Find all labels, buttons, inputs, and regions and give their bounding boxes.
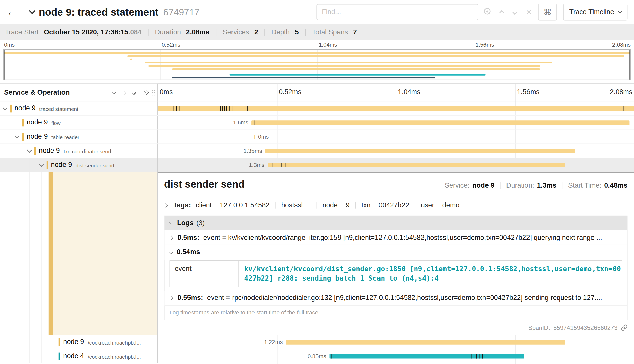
service-color-indicator [22, 119, 24, 126]
log-marker-tick [285, 163, 286, 167]
operation-name: dist sender send [76, 162, 114, 168]
span-row-traced-statement[interactable]: node 9traced statement [0, 101, 634, 116]
trace-duration: Duration 2.08ms [155, 28, 209, 36]
span-row-cockroach-roachpb-i[interactable]: node 9/cockroach.roachpb.I...1.22ms [0, 335, 634, 349]
timeline-header: Service & Operation 0ms 0.52ms 1.04ms 1.… [0, 84, 634, 101]
trace-start-value: October 15 2020, 17:38:15 [44, 28, 128, 36]
service-name: node 9 [27, 133, 48, 141]
log-marker-tick [247, 106, 248, 111]
detail-service: Service:node 9 [445, 182, 495, 190]
minimap-span-bar [172, 68, 540, 70]
service-operation-header: Service & Operation [0, 84, 158, 101]
collapse-children-icon[interactable] [27, 147, 32, 153]
span-detail-block: dist sender send Service:node 9 Duration… [0, 172, 634, 335]
minimap-right-handle[interactable] [629, 50, 630, 80]
span-id: SpanID: 5597415943526560273 [528, 324, 628, 331]
log-summary: event=rpc/nodedialer/nodedialer.go:132 [… [207, 294, 622, 302]
log-marker-tick [573, 149, 573, 153]
span-tag: node=9 [323, 201, 350, 209]
trace-view-selector[interactable]: Trace Timeline [563, 4, 628, 20]
span-duration-bar[interactable] [286, 340, 565, 345]
log-marker-tick [187, 106, 187, 111]
log-marker-tick [229, 106, 230, 111]
double-chevron-right-icon[interactable] [143, 91, 147, 94]
log-marker-tick [474, 354, 474, 359]
service-name: node 9 [27, 118, 48, 126]
log-marker-tick [623, 106, 624, 111]
service-color-indicator [34, 147, 36, 155]
chevron-down-icon[interactable] [112, 91, 116, 93]
span-duration-label: 0.85ms [158, 349, 326, 363]
log-entry-collapsed[interactable]: 0.5ms: event=kv/kvclient/kvcoord/range_i… [164, 230, 627, 245]
find-input[interactable] [316, 4, 478, 20]
span-row-cockroach-roachpb-i[interactable]: node 4/cockroach.roachpb.I...0.85ms [0, 349, 634, 363]
log-marker-tick [468, 354, 469, 359]
detail-gutter-highlight [53, 172, 157, 335]
minimap-axis-tick: 1.56ms [475, 41, 494, 48]
span-duration-label: 1.35ms [158, 144, 262, 158]
log-entry-collapsed[interactable]: 0.55ms: event=rpc/nodedialer/nodedialer.… [164, 291, 627, 306]
log-marker-tick [620, 106, 620, 111]
span-duration-bar[interactable] [268, 163, 565, 167]
prev-result-icon[interactable] [500, 9, 503, 16]
find-bar: ✕ [316, 4, 538, 20]
span-duration-bar[interactable] [329, 354, 524, 359]
log-marker-tick [225, 106, 225, 111]
operation-name: /cockroach.roachpb.I... [88, 339, 141, 346]
minimap-axis: 0ms 0.52ms 1.04ms 1.56ms 2.08ms [3, 41, 631, 49]
divider [216, 29, 216, 36]
clear-search-icon[interactable]: ✕ [526, 8, 532, 16]
span-id-label: SpanID: [528, 324, 550, 331]
logs-count: (3) [196, 219, 205, 227]
span-row-table-reader[interactable]: node 9table reader0ms [0, 130, 634, 144]
span-row-dist-sender-send[interactable]: node 9dist sender send1.3ms [0, 158, 634, 172]
service-name: node 4 [63, 352, 84, 360]
timeline-axis-tick: 1.04ms [398, 88, 420, 96]
chevron-right-icon [164, 203, 168, 208]
minimap-canvas[interactable] [3, 49, 631, 80]
trace-collapse-chevron-icon[interactable] [30, 11, 35, 13]
detail-span-color-band [49, 172, 53, 335]
timeline-axis-tick: 2.08ms [610, 88, 632, 96]
divider [415, 202, 415, 209]
span-duration-bar[interactable] [254, 135, 255, 139]
collapse-children-icon[interactable] [39, 162, 44, 167]
trace-services: Services 2 [223, 28, 258, 36]
span-rows-top: node 9traced statementnode 9flow1.6msnod… [0, 101, 634, 172]
keyboard-shortcuts-button[interactable]: ⌘ [538, 4, 557, 20]
span-duration-bar[interactable] [265, 149, 575, 153]
trace-total-spans: Total Spans 7 [312, 28, 357, 36]
log-marker-tick [176, 106, 177, 111]
logs-header[interactable]: Logs (3) [164, 216, 627, 230]
collapse-children-icon[interactable] [15, 133, 20, 138]
log-marker-tick [254, 120, 254, 125]
minimap-axis-tick: 2.08ms [612, 41, 631, 48]
back-button[interactable]: ← [7, 6, 21, 18]
span-row-flow[interactable]: node 9flow1.6ms [0, 116, 634, 130]
span-row-txn-coordinator-send[interactable]: node 9txn coordinator send1.35ms [0, 144, 634, 158]
double-chevron-down-icon[interactable] [133, 91, 136, 94]
divider [316, 202, 317, 209]
log-entry-expanded[interactable]: 0.54ms [164, 245, 627, 260]
column-resizer[interactable] [152, 89, 156, 96]
log-marker-tick [482, 354, 483, 359]
log-marker-tick [180, 106, 180, 111]
chevron-right-icon[interactable] [122, 91, 126, 94]
locate-icon[interactable] [484, 8, 491, 16]
link-icon[interactable] [621, 324, 627, 331]
log-field-key: event [170, 261, 239, 287]
span-duration-bar[interactable] [251, 120, 629, 125]
tags-row[interactable]: Tags: client=127.0.0.1:54582hostssl=node… [164, 199, 628, 212]
collapse-children-icon[interactable] [3, 105, 8, 110]
detail-start-time: Start Time:0.48ms [568, 182, 628, 190]
span-duration-label: 0ms [258, 130, 269, 144]
trace-id: 6749717 [163, 7, 200, 17]
minimap-axis-tick: 0.52ms [162, 41, 180, 48]
next-result-icon[interactable] [513, 9, 516, 16]
span-duration-label: 1.22ms [158, 335, 283, 349]
timeline-axis: 0ms 0.52ms 1.04ms 1.56ms 2.08ms [158, 84, 634, 101]
minimap-left-handle[interactable] [4, 50, 4, 80]
trace-depth: Depth 5 [271, 28, 299, 36]
span-duration-label: 1.3ms [158, 158, 264, 172]
timeline-axis-tick: 0.52ms [279, 88, 301, 96]
